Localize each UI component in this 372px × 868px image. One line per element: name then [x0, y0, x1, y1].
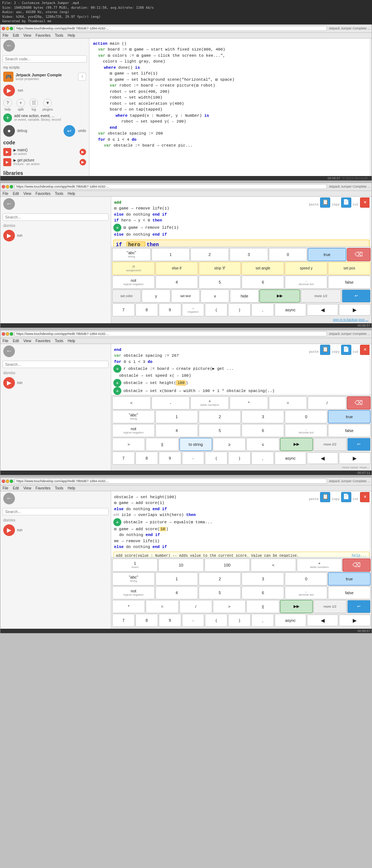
kb-backspace-3[interactable]: ⌫: [347, 396, 371, 409]
kb-minus-2[interactable]: -negation: [182, 303, 205, 316]
browser-url-2[interactable]: https://www.touchdevelop.com/app/#edit:7…: [15, 184, 327, 189]
kb-gt-4[interactable]: >: [213, 600, 246, 613]
kb-7-2[interactable]: 7: [112, 303, 135, 316]
kb-6-3[interactable]: 6: [242, 424, 284, 437]
kb-comma-4[interactable]: ,: [251, 614, 274, 627]
debug-button-1[interactable]: ●: [3, 125, 15, 137]
add-btn-p3-2[interactable]: +: [113, 379, 121, 387]
kb-abc-4[interactable]: "abc"string: [112, 572, 155, 585]
search-input-4[interactable]: [3, 508, 109, 515]
kb-2-2[interactable]: 2: [190, 248, 229, 261]
run-button-4[interactable]: ▶: [3, 524, 15, 536]
cut-btn-2[interactable]: ✕: [360, 197, 370, 208]
help-link-4[interactable]: help...: [352, 553, 367, 557]
minimize-btn-4[interactable]: [6, 480, 9, 483]
kb-mul-3[interactable]: *: [230, 396, 268, 409]
menu-edit-3[interactable]: Edit: [13, 339, 19, 343]
scroll-indicator-2[interactable]: [369, 197, 372, 247]
kb-0-2[interactable]: 0: [269, 248, 307, 261]
kb-backspace-2[interactable]: ⌫: [347, 248, 371, 261]
kb-not-4[interactable]: notlogical negation: [112, 586, 155, 599]
paste-btn-3[interactable]: 📋: [320, 345, 330, 355]
tab-label-2[interactable]: Jetpack Jumper Complete ...: [328, 185, 370, 188]
dismiss-label-2[interactable]: dismiss: [0, 223, 111, 228]
kb-1b-4[interactable]: 1: [155, 572, 198, 585]
kb-y-2[interactable]: y: [142, 289, 170, 303]
search-input-1[interactable]: [3, 55, 87, 63]
kb-div-3[interactable]: /: [308, 396, 346, 409]
kb-3-2[interactable]: 3: [230, 248, 268, 261]
menu-file-2[interactable]: File: [3, 192, 8, 196]
kb-left-arrow-4[interactable]: ◀: [307, 615, 339, 626]
kb-async-4[interactable]: async: [275, 614, 306, 627]
kb-5-4[interactable]: 5: [199, 586, 241, 599]
kb-9-2[interactable]: 9: [159, 303, 181, 316]
search-input-3[interactable]: [3, 361, 109, 368]
menu-edit-2[interactable]: Edit: [13, 192, 19, 196]
kb-lparen-4[interactable]: (: [205, 614, 227, 627]
add-btn-p3-3[interactable]: +: [113, 387, 121, 395]
kb-assign-2[interactable]: :=assignment: [112, 262, 155, 275]
run-button-3[interactable]: ▶: [3, 377, 15, 389]
copy-btn-3[interactable]: 📄: [341, 345, 351, 355]
kb-not-3[interactable]: notlogical negation: [112, 424, 155, 437]
kb-comma-2[interactable]: ,: [251, 303, 274, 316]
split-icon-item[interactable]: + split: [16, 99, 25, 111]
tab-label-1[interactable]: Jetpack Jumper Complete ...: [328, 27, 370, 30]
kb-1-4[interactable]: 1insert: [112, 559, 158, 572]
kb-7-3[interactable]: 7: [112, 452, 135, 465]
kb-false-2[interactable]: false: [328, 276, 371, 289]
menu-edit-4[interactable]: Edit: [13, 486, 19, 490]
kb-2-4[interactable]: 2: [199, 572, 241, 585]
menu-file-3[interactable]: File: [3, 339, 8, 343]
kb-abc-2[interactable]: "abc"string: [112, 248, 151, 261]
back-button-1[interactable]: ←: [3, 40, 15, 52]
kb-not-2[interactable]: notlogical negation: [112, 276, 155, 289]
kb-4-2[interactable]: 4: [155, 276, 198, 289]
maximize-btn-1[interactable]: [10, 27, 13, 30]
copy-btn-2[interactable]: 📄: [341, 197, 351, 208]
kb-true-4[interactable]: true: [328, 572, 371, 585]
close-btn-4[interactable]: [2, 480, 5, 483]
kb-undo-key-2[interactable]: ↩: [342, 289, 371, 303]
kb-true-2[interactable]: true: [308, 248, 346, 261]
kb-setcolor-2[interactable]: set color: [112, 289, 141, 303]
menu-tools-4[interactable]: Tools: [55, 486, 63, 490]
kb-true-3[interactable]: true: [328, 410, 371, 423]
kb-gt-3[interactable]: >: [112, 438, 145, 451]
kb-right-arrow-4[interactable]: ▶: [339, 615, 371, 626]
minimize-btn-3[interactable]: [6, 332, 9, 336]
kb-9-3[interactable]: 9: [159, 452, 181, 465]
kb-7-4[interactable]: 7: [112, 614, 135, 627]
kb-rparen-4[interactable]: ): [228, 614, 251, 627]
kb-hide-2[interactable]: hide: [230, 289, 259, 303]
kb-9-4[interactable]: 9: [159, 614, 181, 627]
kb-8-4[interactable]: 8: [136, 614, 158, 627]
close-btn-3[interactable]: [2, 332, 5, 336]
kb-or-3[interactable]: ||: [146, 438, 178, 451]
kb-false-4[interactable]: false: [328, 586, 371, 599]
kb-x-2[interactable]: x: [201, 289, 229, 303]
menu-file-4[interactable]: File: [3, 486, 8, 490]
kb-stripif-2[interactable]: strip 'if': [199, 262, 241, 275]
kb-4-3[interactable]: 4: [155, 424, 198, 437]
dismiss-label-3[interactable]: dismiss: [0, 370, 111, 376]
add-btn-p2-1[interactable]: +: [113, 224, 121, 232]
kb-dot-4[interactable]: .decimal dot: [285, 586, 327, 599]
scroll-indicator-4[interactable]: [369, 491, 372, 557]
menu-favorites-3[interactable]: Favorites: [36, 339, 50, 343]
log-icon-item[interactable]: ☷ log: [29, 99, 38, 111]
kb-comma-3[interactable]: ,: [251, 452, 274, 465]
kb-more-4[interactable]: more 1/2: [314, 600, 346, 613]
kb-more-3[interactable]: more 2/2: [314, 438, 346, 451]
kb-fast-fwd-3[interactable]: ▶▶: [280, 438, 313, 451]
kb-lt-3[interactable]: <: [112, 396, 151, 409]
search-input-2[interactable]: [3, 213, 109, 221]
kb-5-2[interactable]: 5: [199, 276, 241, 289]
kb-3-4[interactable]: 3: [242, 572, 284, 585]
kb-10-4[interactable]: 10: [158, 559, 204, 572]
menu-file-1[interactable]: File: [3, 33, 8, 37]
kb-rparen-3[interactable]: ): [228, 452, 251, 465]
menu-view-1[interactable]: View: [23, 33, 31, 37]
kb-8-2[interactable]: 8: [136, 303, 158, 316]
